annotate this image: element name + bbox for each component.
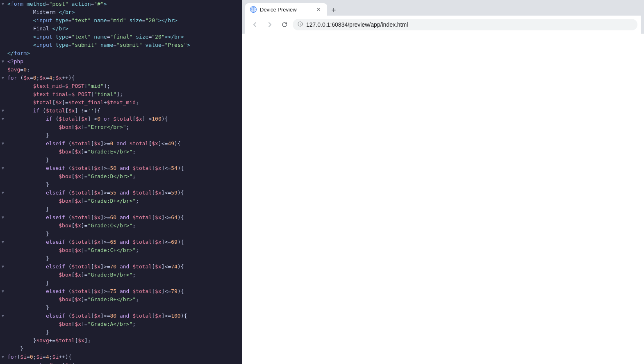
code-line: $box[$x]="Grade:E</br>";	[0, 148, 242, 156]
code-line: $box[$x]="Grade:D</br>";	[0, 172, 242, 181]
line-text: $box[$x]="Grade:C</br>";	[7, 222, 242, 230]
fold-arrow[interactable]: ▼	[2, 107, 7, 115]
code-line: ▼ if ($total[$x] !=''){	[0, 107, 242, 115]
line-text: }	[7, 345, 242, 353]
svg-text:i: i	[300, 23, 301, 26]
code-content: ▼ <form method="post" action="#"> Midter…	[0, 0, 242, 364]
back-button[interactable]	[248, 18, 262, 31]
fold-arrow[interactable]: ▼	[2, 238, 7, 246]
line-text: }	[7, 304, 242, 312]
fold-arrow[interactable]: ▼	[2, 213, 7, 222]
code-line: echo $box[$i];	[0, 361, 242, 364]
reload-button[interactable]	[278, 18, 291, 31]
tab-title: Device Preview	[260, 7, 312, 13]
code-line: }	[0, 254, 242, 263]
fold-arrow[interactable]: ▼	[2, 189, 7, 197]
line-text: elseif ($total[$x]>=0 and $total[$x]<=49…	[7, 140, 242, 148]
fold-arrow[interactable]: ▼	[2, 312, 7, 320]
fold-arrow[interactable]: ▼	[2, 0, 7, 8]
fold-arrow[interactable]: ▼	[2, 57, 7, 66]
line-text: echo $box[$i];	[7, 361, 242, 364]
line-text: $box[$x]="Grade:B</br>";	[7, 271, 242, 279]
line-text: <?php	[7, 57, 242, 66]
line-text: }	[7, 328, 242, 337]
line-text: <input type="text" name="mid" size="20">…	[7, 16, 242, 25]
line-text: elseif ($total[$x]>=60 and $total[$x]<=6…	[7, 213, 242, 222]
tab-close-button[interactable]: ✕	[315, 6, 322, 13]
code-line: }$avg+=$total[$x];	[0, 337, 242, 345]
line-text: Midterm </br>	[7, 8, 242, 16]
code-line: </form>	[0, 49, 242, 57]
code-line: ▼ elseif ($total[$x]>=65 and $total[$x]<…	[0, 238, 242, 246]
code-editor: ▼ <form method="post" action="#"> Midter…	[0, 0, 242, 364]
line-text: $box[$x]="Grade:E</br>";	[7, 148, 242, 156]
line-text: }	[7, 279, 242, 287]
forward-button[interactable]	[263, 18, 276, 31]
line-text: elseif ($total[$x]>=75 and $total[$x]<=7…	[7, 287, 242, 295]
line-text: elseif ($total[$x]>=65 and $total[$x]<=6…	[7, 238, 242, 246]
line-text: }	[7, 131, 242, 140]
fold-arrow[interactable]: ▼	[2, 353, 7, 361]
line-text: </form>	[7, 49, 242, 57]
code-line: $box[$x]="Grade:C</br>";	[0, 222, 242, 230]
new-tab-button[interactable]: +	[328, 4, 339, 15]
code-line: ▼ elseif ($total[$x]>=50 and $total[$x]<…	[0, 164, 242, 172]
url-text: 127.0.0.1:60834/preview/app/index.html	[306, 21, 408, 28]
code-line: }	[0, 328, 242, 337]
line-text: }	[7, 254, 242, 263]
line-text: elseif ($total[$x]>=55 and $total[$x]<=5…	[7, 189, 242, 197]
forward-icon	[266, 21, 273, 28]
line-text: }	[7, 230, 242, 238]
line-text: $total[$x]=$text_final+$text_mid;	[7, 98, 242, 107]
code-line: $text_final=$_POST["final"];	[0, 90, 242, 98]
code-line: $text_mid=$_POST["mid"];	[0, 82, 242, 90]
code-line: ▼ elseif ($total[$x]>=55 and $total[$x]<…	[0, 189, 242, 197]
line-text: Final </br>	[7, 25, 242, 33]
code-line: ▼ elseif ($total[$x]>=60 and $total[$x]<…	[0, 213, 242, 222]
fold-arrow[interactable]: ▼	[2, 74, 7, 82]
code-line: }	[0, 205, 242, 213]
line-text: <input type="submit" name="submit" value…	[7, 41, 242, 49]
code-line: ▼ <form method="post" action="#">	[0, 0, 242, 8]
code-line: ▼ <?php	[0, 57, 242, 66]
code-line: $box[$x]="Grade:B+</br>";	[0, 295, 242, 304]
code-line: ▼ elseif ($total[$x]>=70 and $total[$x]<…	[0, 263, 242, 271]
browser-tab[interactable]: Device Preview ✕	[245, 3, 327, 16]
code-line: <input type="text" name="mid" size="20">…	[0, 16, 242, 25]
back-icon	[252, 21, 258, 28]
line-text: $box[$x]="Grade:D+</br>";	[7, 197, 242, 205]
code-line: ▼ for ($x=0;$x=4;$x++){	[0, 74, 242, 82]
code-line: }	[0, 131, 242, 140]
line-text: $box[$x]="Error</br>";	[7, 123, 242, 131]
line-text: }	[7, 205, 242, 213]
code-line: $box[$x]="Grade:D+</br>";	[0, 197, 242, 205]
code-line: $box[$x]="Grade:C+</br>";	[0, 246, 242, 254]
fold-arrow[interactable]: ▼	[2, 287, 7, 295]
code-line: $avg=0;	[0, 66, 242, 74]
line-text: $box[$x]="Grade:A</br>";	[7, 320, 242, 328]
line-text: if ($total[$x] !=''){	[7, 107, 242, 115]
fold-arrow[interactable]: ▼	[2, 263, 7, 271]
code-line: }	[0, 279, 242, 287]
line-text: $avg=0;	[7, 66, 242, 74]
browser-chrome: Device Preview ✕ +	[242, 0, 644, 34]
line-text: }$avg+=$total[$x];	[7, 337, 242, 345]
code-line: }	[0, 304, 242, 312]
code-line: Final </br>	[0, 25, 242, 33]
browser-content	[242, 34, 644, 364]
line-text: elseif ($total[$x]>=70 and $total[$x]<=7…	[7, 263, 242, 271]
code-line: ▼ if ($total[$x] <0 or $total[$x] >100){	[0, 115, 242, 123]
code-line: }	[0, 181, 242, 189]
code-line: }	[0, 156, 242, 164]
fold-arrow[interactable]: ▼	[2, 140, 7, 148]
line-text: $box[$x]="Grade:B+</br>";	[7, 295, 242, 304]
fold-arrow[interactable]: ▼	[2, 115, 7, 123]
code-line: <input type="submit" name="submit" value…	[0, 41, 242, 49]
line-text: if ($total[$x] <0 or $total[$x] >100){	[7, 115, 242, 123]
code-line: $total[$x]=$text_final+$text_mid;	[0, 98, 242, 107]
fold-arrow[interactable]: ▼	[2, 164, 7, 172]
address-bar[interactable]: i 127.0.0.1:60834/preview/app/index.html	[293, 19, 637, 30]
line-text: $text_final=$_POST["final"];	[7, 90, 242, 98]
line-text: $box[$x]="Grade:C+</br>";	[7, 246, 242, 254]
line-text: <form method="post" action="#">	[7, 0, 242, 8]
